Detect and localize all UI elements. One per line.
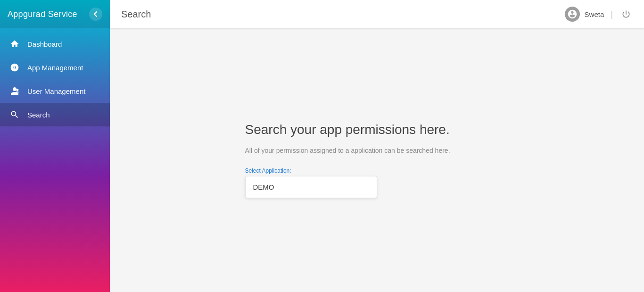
content-heading: Search your app permissions here. (245, 122, 450, 137)
app-title: Appgurad Service (8, 9, 77, 19)
sidebar-item-app-management[interactable]: App Management (0, 56, 110, 79)
content-subtext: All of your permission assigned to a app… (245, 147, 450, 154)
power-button[interactable] (619, 8, 633, 21)
sidebar-nav: Dashboard App Management User Managem (0, 28, 110, 126)
svg-point-0 (16, 89, 18, 91)
search-sidebar-icon (9, 109, 20, 120)
sidebar-header: Appgurad Service (0, 0, 110, 28)
sidebar: Appgurad Service Dashboard (0, 0, 110, 292)
sidebar-item-label-search: Search (27, 111, 50, 119)
content-inner: Search your app permissions here. All of… (245, 122, 509, 198)
select-application-wrapper: DEMO (245, 176, 377, 198)
sidebar-item-user-management[interactable]: User Management (0, 79, 110, 103)
topbar: Search Sweta | (110, 0, 644, 28)
main-area: Search Sweta | Search your app permissio… (110, 0, 644, 292)
select-application-dropdown[interactable]: DEMO (245, 176, 377, 198)
user-name: Sweta (585, 10, 604, 18)
sidebar-item-label-user-management: User Management (27, 87, 85, 95)
sidebar-toggle-button[interactable] (89, 8, 102, 21)
sidebar-item-label-dashboard: Dashboard (27, 40, 62, 48)
dashboard-icon (9, 39, 20, 49)
sidebar-item-dashboard[interactable]: Dashboard (0, 32, 110, 56)
content-area: Search your app permissions here. All of… (110, 28, 644, 292)
topbar-divider: | (611, 9, 613, 19)
user-management-icon (9, 86, 20, 96)
user-avatar-icon (565, 7, 580, 22)
topbar-right: Sweta | (565, 7, 633, 22)
page-title: Search (121, 9, 151, 20)
app-management-icon (9, 62, 20, 73)
sidebar-item-label-app-management: App Management (27, 64, 83, 72)
sidebar-item-search[interactable]: Search (0, 103, 110, 126)
select-application-label: Select Application: (245, 167, 291, 174)
